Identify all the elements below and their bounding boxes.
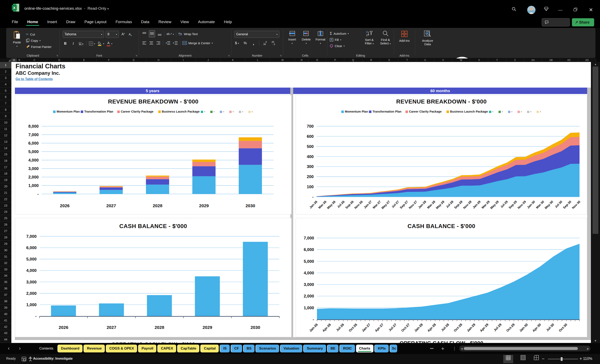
column-header-P[interactable]: P [326,58,344,62]
row-header-38[interactable]: 38 [0,298,11,304]
row-header-19[interactable]: 19 [0,177,11,183]
row-header-21[interactable]: 21 [0,190,11,196]
sheet-tab-valuation[interactable]: Valuation [280,345,302,352]
fill-color-button[interactable]: ▾ [98,41,104,46]
row-header-25[interactable]: 25 [0,215,11,221]
row-header-28[interactable]: 28 [0,234,11,241]
row-header-18[interactable]: 18 [0,170,11,177]
zoom-level[interactable]: 110% [583,356,592,361]
comments-button[interactable]: Comments [542,18,570,27]
sheet-tab-cf[interactable]: CF [231,345,242,352]
sheet-tab-charts[interactable]: Charts [356,345,373,352]
column-header-C[interactable]: C [22,58,47,62]
row-header-30[interactable]: 30 [0,247,11,254]
page-break-view-icon[interactable] [531,355,541,363]
scroll-up-icon[interactable]: ▲ [591,63,600,66]
align-middle-icon[interactable] [150,31,154,36]
borders-button[interactable]: ▾ [89,41,95,46]
menu-tab-draw[interactable]: Draw [66,18,76,26]
row-header-31[interactable]: 31 [0,254,11,260]
font-dialog-launcher[interactable]: ↘ [135,54,138,57]
row-header-17[interactable]: 17 [0,164,11,170]
sheet-options-kebab-icon[interactable]: ⋮ [452,343,457,354]
menu-tab-data[interactable]: Data [141,18,150,26]
analyze-data-button[interactable]: AnalyzeData [419,30,436,46]
zoom-slider[interactable] [548,359,578,359]
row-header-12[interactable]: 12 [0,132,11,139]
row-header-23[interactable]: 23 [0,202,11,209]
column-header-AC[interactable]: AC [560,58,578,62]
sheet-tab-is[interactable]: IS [220,345,230,352]
row-header-9[interactable]: 9 [0,113,11,119]
column-header-M[interactable]: M [270,58,295,62]
sheet-tab-roic[interactable]: ROIC [339,345,355,352]
table-of-contents-link[interactable]: Go to Table of Contents [16,77,53,81]
column-header-D[interactable]: D [47,58,72,62]
column-header-E[interactable]: E [72,58,97,62]
share-button[interactable]: ↗ Share ▾ [572,18,594,27]
decrease-indent-icon[interactable] [165,40,170,46]
column-header-X[interactable]: X [470,58,488,62]
increase-font-button[interactable]: A▴ [121,31,126,37]
row-header-33[interactable]: 33 [0,266,11,273]
comma-button[interactable]: , [251,40,256,46]
vertical-scrollbar-thumb[interactable] [592,66,598,234]
format-painter-button[interactable]: Format Painter [26,44,51,50]
sheet-tab-contents[interactable]: Contents [36,345,56,352]
row-header-29[interactable]: 29 [0,241,11,247]
column-header-Y[interactable]: Y [488,58,506,62]
menu-tab-view[interactable]: View [180,18,189,26]
chart-revenue-breakdown-5y[interactable]: REVENUE BREAKDOWN - $'000Momentum PlanTr… [15,95,291,214]
clipboard-dialog-launcher[interactable]: ↘ [56,54,58,57]
menu-tab-automate[interactable]: Automate [197,18,215,26]
avatar[interactable] [527,6,535,14]
wrap-text-button[interactable]: ab Wrap Text [178,31,198,37]
row-header-37[interactable]: 37 [0,292,11,298]
row-header-26[interactable]: 26 [0,221,11,228]
sheet-nav-prev-icon[interactable]: ‹ [8,346,9,351]
align-top-icon[interactable] [142,31,147,36]
row-header-13[interactable]: 13 [0,139,11,145]
accessibility-icon[interactable] [28,356,33,362]
row-header-20[interactable]: 20 [0,183,11,190]
fill-button[interactable]: Fill ▾ [330,36,349,43]
row-header-4[interactable]: 4 [0,81,11,88]
align-bottom-icon[interactable] [157,31,162,36]
row-header-34[interactable]: 34 [0,273,11,279]
sheet-tab-summary[interactable]: Summary [303,345,326,352]
copy-button[interactable]: Copy ▾ [26,37,51,44]
sheet-tab-capital[interactable]: Capital [200,345,219,352]
column-header-AA[interactable]: AA [524,58,542,62]
row-header-39[interactable]: 39 [0,304,11,311]
search-icon[interactable] [510,6,518,14]
column-header-K[interactable]: K [221,58,245,62]
font-size-select[interactable]: 8▾ [106,31,119,38]
column-header-F[interactable]: F [97,58,121,62]
row-header-11[interactable]: 11 [0,126,11,132]
align-center-icon[interactable] [149,40,154,46]
column-header-T[interactable]: T [398,58,416,62]
row-header-35[interactable]: 35 [0,279,11,285]
increase-decimal-button[interactable]: ←.0.00 [262,40,268,46]
sheet-tab-be[interactable]: BE [327,345,339,352]
menu-tab-page-layout[interactable]: Page Layout [84,18,107,26]
format-cells-button[interactable]: Format▾ [314,31,327,45]
accessibility-status[interactable]: Accessibility: Investigate [33,357,73,361]
align-right-icon[interactable] [156,40,161,46]
column-header-J[interactable]: J [196,58,221,62]
row-header-5[interactable]: 5 [0,88,11,94]
sort-filter-button[interactable]: AZ Sort &Filter ▾ [362,30,376,46]
merge-center-button[interactable]: Merge & Center ▾ [182,40,213,46]
italic-button[interactable]: I [71,41,76,46]
row-header-2[interactable]: 2 [0,68,11,75]
zoom-in-button[interactable]: + [579,356,582,362]
horizontal-scrollbar[interactable]: ◀ ▶ [459,346,591,351]
menu-tab-formulas[interactable]: Formulas [115,18,132,26]
sheet-tab-scenarios[interactable]: Scenarios [255,345,279,352]
sheet-tab-sc[interactable]: Sc [390,345,397,352]
autosum-button[interactable]: Σ AutoSum ▾ [330,30,349,36]
normal-view-icon[interactable] [503,355,513,363]
hscroll-right-icon[interactable]: ▶ [587,347,589,350]
menu-tab-home[interactable]: Home [27,18,39,26]
row-header-27[interactable]: 27 [0,228,11,234]
